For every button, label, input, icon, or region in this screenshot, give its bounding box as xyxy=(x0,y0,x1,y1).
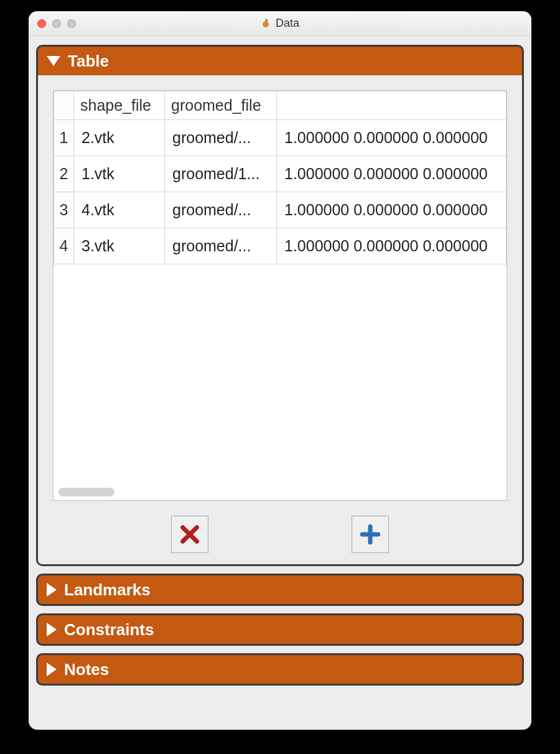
cell-groomed_file[interactable]: groomed/... xyxy=(165,192,277,228)
plus-icon xyxy=(360,524,381,545)
cell-extra[interactable]: 1.000000 0.000000 0.000000 xyxy=(277,228,506,264)
client-area: Table shape_file groomed_file xyxy=(29,36,531,730)
cell-shape_file[interactable]: 4.vtk xyxy=(74,192,165,228)
table-row[interactable]: 3 4.vtk groomed/... 1.000000 0.000000 0.… xyxy=(54,192,506,228)
app-icon xyxy=(261,19,271,29)
chevron-right-icon xyxy=(47,663,57,676)
scrollbar-thumb[interactable] xyxy=(58,488,114,496)
cell-shape_file[interactable]: 3.vtk xyxy=(74,228,165,264)
add-button[interactable] xyxy=(352,516,389,553)
data-window: Data Table shape xyxy=(29,11,531,730)
table-corner xyxy=(54,91,74,120)
section-label: Notes xyxy=(64,660,109,679)
section-constraints: Constraints xyxy=(36,613,524,646)
x-icon xyxy=(179,524,200,545)
window-title: Data xyxy=(29,17,531,30)
row-index[interactable]: 3 xyxy=(54,192,74,228)
row-index[interactable]: 1 xyxy=(54,120,74,156)
cell-shape_file[interactable]: 2.vtk xyxy=(74,120,165,156)
column-header-shape_file[interactable]: shape_file xyxy=(74,91,165,120)
table-row[interactable]: 1 2.vtk groomed/... 1.000000 0.000000 0.… xyxy=(54,120,506,156)
section-label: Table xyxy=(68,52,109,71)
cell-shape_file[interactable]: 1.vtk xyxy=(74,156,165,192)
cell-groomed_file[interactable]: groomed/1... xyxy=(165,156,277,192)
column-header-groomed_file[interactable]: groomed_file xyxy=(165,91,277,120)
minimize-window-button[interactable] xyxy=(52,19,61,28)
table-header-row: shape_file groomed_file xyxy=(54,91,506,120)
chevron-right-icon xyxy=(47,623,57,636)
table-buttons xyxy=(53,516,507,553)
row-index[interactable]: 4 xyxy=(54,228,74,264)
cell-groomed_file[interactable]: groomed/... xyxy=(165,228,277,264)
row-index[interactable]: 2 xyxy=(54,156,74,192)
chevron-right-icon xyxy=(47,583,57,597)
column-header-extra[interactable] xyxy=(277,91,506,120)
section-label: Constraints xyxy=(64,620,154,640)
section-landmarks: Landmarks xyxy=(36,574,524,606)
cell-extra[interactable]: 1.000000 0.000000 0.000000 xyxy=(277,120,506,156)
cell-extra[interactable]: 1.000000 0.000000 0.000000 xyxy=(277,192,506,228)
svg-point-1 xyxy=(266,19,268,21)
window-title-text: Data xyxy=(276,17,299,30)
section-header-constraints[interactable]: Constraints xyxy=(38,615,522,644)
data-table[interactable]: shape_file groomed_file 1 2.vtk groomed/… xyxy=(53,90,507,501)
traffic-lights xyxy=(37,19,76,28)
zoom-window-button[interactable] xyxy=(67,19,76,28)
section-header-landmarks[interactable]: Landmarks xyxy=(38,575,522,604)
cell-groomed_file[interactable]: groomed/... xyxy=(165,120,277,156)
horizontal-scrollbar[interactable] xyxy=(58,488,507,496)
table-row[interactable]: 2 1.vtk groomed/1... 1.000000 0.000000 0… xyxy=(54,156,506,192)
section-header-notes[interactable]: Notes xyxy=(38,655,522,684)
chevron-down-icon xyxy=(47,56,60,66)
section-notes: Notes xyxy=(36,653,524,686)
table-row[interactable]: 4 3.vtk groomed/... 1.000000 0.000000 0.… xyxy=(54,228,506,264)
section-header-table[interactable]: Table xyxy=(38,47,522,75)
section-label: Landmarks xyxy=(64,580,151,600)
svg-point-0 xyxy=(263,21,269,27)
remove-button[interactable] xyxy=(171,516,208,553)
close-window-button[interactable] xyxy=(37,19,46,28)
cell-extra[interactable]: 1.000000 0.000000 0.000000 xyxy=(277,156,506,192)
section-table: Table shape_file groomed_file xyxy=(36,45,524,566)
titlebar: Data xyxy=(29,11,531,36)
section-body-table: shape_file groomed_file 1 2.vtk groomed/… xyxy=(38,75,522,564)
